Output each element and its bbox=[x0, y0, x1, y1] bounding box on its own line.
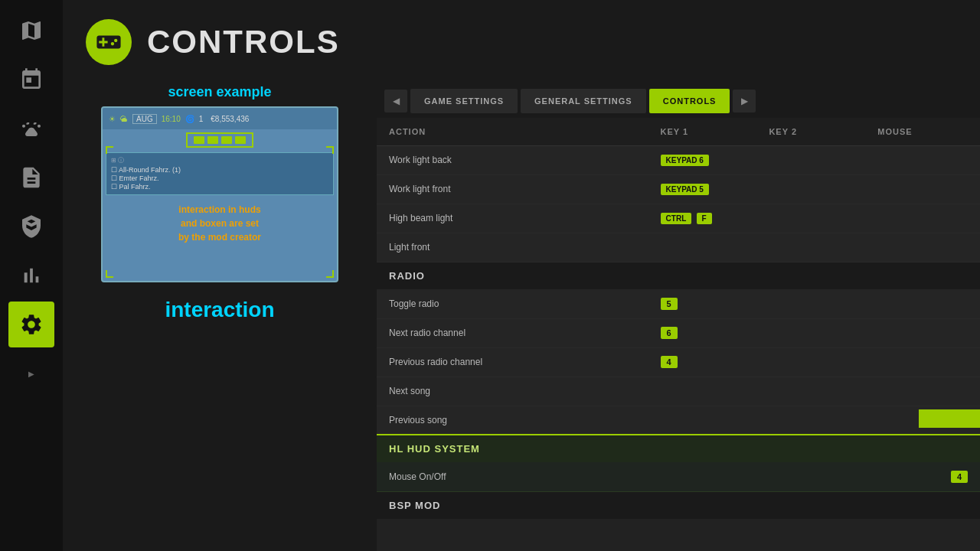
mouse-cell bbox=[865, 145, 980, 174]
action-cell: Mouse On/Off bbox=[377, 462, 648, 491]
shop-icon bbox=[19, 214, 44, 239]
key-badge: 4 bbox=[951, 471, 968, 483]
section-header-bsp: BSP MOD bbox=[377, 491, 980, 519]
tab-next-arrow[interactable]: ▶ bbox=[733, 90, 756, 112]
toolbar-icon-4 bbox=[235, 136, 246, 144]
mouse-cell bbox=[865, 318, 980, 347]
key1-cell: KEYPAD 6 bbox=[648, 145, 757, 174]
key1-cell bbox=[648, 462, 757, 491]
key1-cell: 5 bbox=[648, 289, 757, 318]
key2-cell bbox=[756, 377, 865, 406]
action-cell: Next radio channel bbox=[377, 318, 648, 347]
key2-cell bbox=[756, 289, 865, 318]
toolbar-box bbox=[186, 132, 253, 148]
key1-cell: 6 bbox=[648, 318, 757, 347]
key2-cell bbox=[756, 318, 865, 347]
key2-cell bbox=[756, 462, 865, 491]
key2-cell bbox=[756, 204, 865, 233]
sidebar-item-animals[interactable] bbox=[8, 106, 54, 152]
table-row[interactable]: High beam light CTRL F bbox=[377, 204, 980, 233]
list-item-2: ☐ Emter Fahrz. bbox=[111, 174, 328, 182]
mock-time: 16:10 bbox=[162, 115, 181, 123]
key1-cell: CTRL F bbox=[648, 204, 757, 233]
action-cell: Toggle radio bbox=[377, 289, 648, 318]
key2-cell bbox=[756, 406, 865, 435]
toolbar-icon-1 bbox=[194, 136, 204, 144]
table-row[interactable]: Next song bbox=[377, 377, 980, 406]
tab-game-settings[interactable]: GAME SETTINGS bbox=[410, 89, 518, 113]
toolbar-icon-2 bbox=[207, 136, 218, 144]
controls-table-container[interactable]: ACTION KEY 1 KEY 2 MOUSE Work light back… bbox=[377, 118, 980, 551]
screen-mock: ☀ 🌥 AUG 16:10 🌀 1 €8,553,436 bbox=[101, 106, 338, 282]
mouse-cell bbox=[865, 289, 980, 318]
col-action: ACTION bbox=[377, 118, 648, 145]
corner-bl bbox=[106, 270, 113, 278]
key-badge: 6 bbox=[661, 327, 678, 339]
table-row[interactable]: Previous radio channel 4 bbox=[377, 347, 980, 377]
sidebar-item-calendar[interactable] bbox=[8, 57, 54, 103]
content-row: screen example ☀ 🌥 AUG 16:10 🌀 1 €8,553,… bbox=[63, 84, 980, 551]
main-content: CONTROLS screen example ☀ 🌥 AUG 16:10 🌀 … bbox=[63, 0, 980, 551]
key2-cell bbox=[756, 233, 865, 262]
list-item-1: ☐ All-Round Fahrz. (1) bbox=[111, 166, 328, 174]
table-row[interactable]: Mouse On/Off 4 bbox=[377, 462, 980, 491]
section-header-radio: RADIO bbox=[377, 262, 980, 289]
key-badge: KEYPAD 6 bbox=[661, 155, 709, 166]
settings-icon bbox=[19, 312, 44, 337]
sidebar-item-shop[interactable] bbox=[8, 204, 54, 249]
sidebar-item-settings[interactable] bbox=[8, 302, 54, 347]
key1-cell bbox=[648, 233, 757, 262]
col-mouse: MOUSE bbox=[865, 118, 980, 145]
sidebar: ▶ bbox=[0, 0, 63, 551]
mouse-cell bbox=[865, 233, 980, 262]
key-badge: 4 bbox=[661, 356, 678, 368]
action-cell: Light front bbox=[377, 233, 648, 262]
page-title: CONTROLS bbox=[147, 24, 340, 60]
action-cell: Work light front bbox=[377, 174, 648, 204]
key2-cell bbox=[756, 145, 865, 174]
mock-msg-line1: interaction in huds bbox=[178, 204, 260, 215]
sidebar-expand-arrow[interactable]: ▶ bbox=[25, 350, 38, 396]
mock-message: interaction in huds and boxen are set by… bbox=[103, 197, 337, 250]
sidebar-item-map[interactable] bbox=[8, 8, 54, 54]
table-row[interactable]: Next radio channel 6 bbox=[377, 318, 980, 347]
toolbar-icon-3 bbox=[221, 136, 232, 144]
table-row[interactable]: Work light front KEYPAD 5 bbox=[377, 174, 980, 204]
sidebar-item-stats[interactable] bbox=[8, 253, 54, 298]
table-row[interactable]: Work light back KEYPAD 6 bbox=[377, 145, 980, 174]
section-label: RADIO bbox=[377, 262, 980, 289]
tab-prev-arrow[interactable]: ◀ bbox=[384, 90, 407, 112]
table-row[interactable]: Previous song bbox=[377, 406, 980, 435]
key-badge-f: F bbox=[697, 213, 712, 224]
tab-general-settings[interactable]: GENERAL SETTINGS bbox=[521, 89, 646, 113]
action-cell: Previous radio channel bbox=[377, 347, 648, 377]
animals-icon bbox=[19, 116, 44, 141]
mock-msg-line3: by the mod creator bbox=[178, 232, 261, 243]
section-label: HL HUD SYSTEM bbox=[377, 435, 980, 462]
table-row[interactable]: Toggle radio 5 bbox=[377, 289, 980, 318]
mock-aug: AUG bbox=[136, 115, 153, 123]
notes-icon bbox=[19, 165, 44, 190]
action-cell: High beam light bbox=[377, 204, 648, 233]
mock-list: ⊞ ⓘ ☐ All-Round Fahrz. (1) ☐ Emter Fahrz… bbox=[106, 152, 334, 195]
mock-coin: 1 bbox=[199, 115, 204, 123]
mock-money: €8,553,436 bbox=[211, 115, 249, 123]
key-badge: KEYPAD 5 bbox=[661, 184, 709, 195]
stats-icon bbox=[19, 263, 44, 288]
top-bar: CONTROLS bbox=[63, 0, 980, 84]
left-panel: screen example ☀ 🌥 AUG 16:10 🌀 1 €8,553,… bbox=[63, 84, 377, 551]
corner-tr bbox=[326, 146, 334, 154]
sidebar-item-notes[interactable] bbox=[8, 155, 54, 201]
tab-controls[interactable]: CONTROLS bbox=[649, 89, 730, 113]
action-cell: Next song bbox=[377, 377, 648, 406]
mouse-cell bbox=[865, 174, 980, 204]
list-item-3: ☐ Pal Fahrz. bbox=[111, 183, 328, 191]
mouse-cell bbox=[865, 406, 980, 435]
key2-cell bbox=[756, 347, 865, 377]
mouse-cell bbox=[865, 347, 980, 377]
col-key1: KEY 1 bbox=[648, 118, 757, 145]
corner-tl bbox=[106, 146, 113, 154]
section-label: BSP MOD bbox=[377, 491, 980, 519]
table-row[interactable]: Light front bbox=[377, 233, 980, 262]
mock-toolbar bbox=[103, 129, 337, 151]
